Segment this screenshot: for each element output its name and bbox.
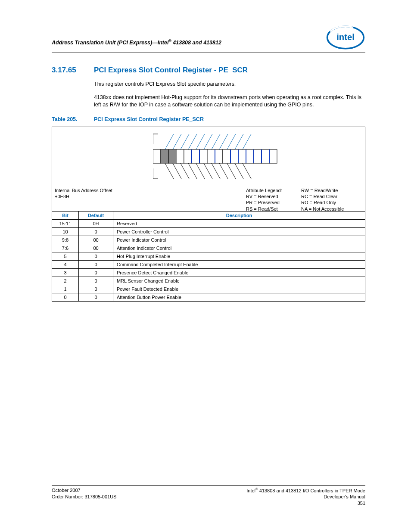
cell-desc: Power Fault Detected Enable bbox=[113, 285, 365, 293]
cell-bit: 4 bbox=[52, 260, 79, 268]
svg-line-12 bbox=[235, 134, 243, 149]
page-footer: October 2007 Order Number: 317805-001US … bbox=[52, 485, 365, 506]
cell-bit: 2 bbox=[52, 277, 79, 285]
table-row: 20MRL Sensor Changed Enable bbox=[52, 277, 365, 285]
table-row: 30Presence Detect Changed Enable bbox=[52, 268, 365, 277]
table-row: 7:600Attention Indicator Control bbox=[52, 244, 365, 252]
svg-rect-16 bbox=[168, 149, 176, 163]
legend-rs: RS = Read/Set bbox=[246, 206, 282, 212]
cell-bit: 7:6 bbox=[52, 244, 79, 252]
col-description: Description bbox=[113, 211, 365, 219]
cell-default: 00 bbox=[79, 244, 113, 252]
svg-line-45 bbox=[212, 163, 220, 179]
legend-pr: PR = Preserved bbox=[246, 199, 282, 205]
table-row: 100Power Controller Control bbox=[52, 227, 365, 236]
svg-rect-26 bbox=[246, 149, 254, 163]
svg-line-6 bbox=[188, 134, 197, 149]
legend-rc: RC = Read Clear bbox=[301, 193, 344, 199]
page-header: Address Translation Unit (PCI Express)—I… bbox=[52, 24, 365, 51]
svg-rect-27 bbox=[254, 149, 262, 163]
cell-bit: 3 bbox=[52, 268, 79, 277]
legend-ro: RO = Read Only bbox=[301, 199, 344, 205]
intel-logo: intel bbox=[326, 24, 365, 51]
legend-rw: RW = Read/Write bbox=[301, 187, 344, 193]
svg-rect-22 bbox=[215, 149, 223, 163]
svg-rect-28 bbox=[262, 149, 269, 163]
cell-bit: 10 bbox=[52, 227, 79, 236]
cell-desc: Power Controller Control bbox=[113, 227, 365, 236]
svg-rect-20 bbox=[199, 149, 207, 163]
cell-desc: Attention Button Power Enable bbox=[113, 293, 365, 301]
attribute-legend-right: RW = Read/Write RC = Read Clear RO = Rea… bbox=[301, 187, 344, 212]
svg-line-39 bbox=[165, 163, 174, 179]
svg-line-5 bbox=[181, 134, 189, 149]
svg-line-44 bbox=[204, 163, 212, 179]
offset-value: +0E8H bbox=[55, 193, 112, 199]
svg-line-10 bbox=[219, 134, 228, 149]
svg-rect-29 bbox=[269, 149, 277, 163]
cell-desc: Power Indicator Control bbox=[113, 236, 365, 244]
svg-line-41 bbox=[181, 163, 189, 179]
table-row: 50Hot-Plug Interrupt Enable bbox=[52, 252, 365, 260]
footer-left: October 2007 Order Number: 317805-001US bbox=[52, 487, 116, 506]
table-caption-number: Table 205. bbox=[52, 116, 94, 122]
section-paragraph-1: This register controls PCI Express Slot … bbox=[94, 81, 365, 88]
section-paragraph-2: 4138xx does not implement Hot-Plug suppo… bbox=[94, 94, 365, 109]
svg-line-7 bbox=[196, 134, 205, 149]
running-title: Address Translation Unit (PCI Express)—I… bbox=[52, 39, 221, 46]
cell-bit: 1 bbox=[52, 285, 79, 293]
cell-desc: Command Completed Interrupt Enable bbox=[113, 260, 365, 268]
running-title-text: Address Translation Unit (PCI Express)—I… bbox=[52, 40, 221, 46]
offset-label: Internal Bus Address Offset bbox=[55, 187, 112, 193]
cell-default: 0H bbox=[79, 219, 113, 227]
footer-right: Intel® 413808 and 413812 I/O Controllers… bbox=[246, 487, 365, 506]
svg-line-43 bbox=[196, 163, 205, 179]
cell-default: 0 bbox=[79, 277, 113, 285]
footer-product: Intel® 413808 and 413812 I/O Controllers… bbox=[246, 487, 365, 494]
svg-text:intel: intel bbox=[336, 32, 355, 42]
table-row: 40Command Completed Interrupt Enable bbox=[52, 260, 365, 268]
svg-line-40 bbox=[173, 163, 181, 179]
cell-default: 0 bbox=[79, 293, 113, 301]
cell-bit: 0 bbox=[52, 293, 79, 301]
col-bit: Bit bbox=[52, 211, 79, 219]
svg-line-49 bbox=[243, 163, 251, 179]
table-row: 15:110HReserved bbox=[52, 219, 365, 227]
svg-rect-14 bbox=[153, 149, 161, 163]
footer-page: 351 bbox=[246, 500, 365, 506]
cell-default: 00 bbox=[79, 236, 113, 244]
register-table: Bit Default Description 15:110HReserved … bbox=[52, 211, 365, 302]
cell-default: 0 bbox=[79, 260, 113, 268]
svg-line-13 bbox=[243, 134, 251, 149]
header-rule bbox=[52, 53, 365, 53]
section-title: PCI Express Slot Control Register - PE_S… bbox=[94, 66, 248, 75]
cell-bit: 5 bbox=[52, 252, 79, 260]
cell-default: 0 bbox=[79, 252, 113, 260]
svg-line-4 bbox=[173, 134, 181, 149]
address-offset: Internal Bus Address Offset +0E8H bbox=[55, 187, 112, 200]
svg-rect-25 bbox=[238, 149, 246, 163]
attribute-legend-left: Attribute Legend: RV = Reserved PR = Pre… bbox=[246, 187, 282, 212]
svg-line-48 bbox=[235, 163, 243, 179]
svg-line-42 bbox=[188, 163, 197, 179]
cell-bit: 9:8 bbox=[52, 236, 79, 244]
svg-rect-18 bbox=[184, 149, 192, 163]
svg-line-11 bbox=[227, 134, 236, 149]
svg-rect-24 bbox=[230, 149, 238, 163]
table-caption: Table 205. PCI Express Slot Control Regi… bbox=[52, 116, 365, 122]
cell-default: 0 bbox=[79, 268, 113, 277]
table-caption-title: PCI Express Slot Control Register PE_SCR bbox=[94, 116, 204, 122]
legend-na: NA = Not Accessible bbox=[301, 206, 344, 212]
register-diagram-box: Internal Bus Address Offset +0E8H Attrib… bbox=[52, 127, 365, 211]
svg-rect-23 bbox=[223, 149, 230, 163]
cell-desc: MRL Sensor Changed Enable bbox=[113, 277, 365, 285]
cell-desc: Presence Detect Changed Enable bbox=[113, 268, 365, 277]
cell-bit: 15:11 bbox=[52, 219, 79, 227]
svg-line-8 bbox=[204, 134, 212, 149]
table-row: 00Attention Button Power Enable bbox=[52, 293, 365, 301]
footer-rule bbox=[52, 485, 365, 486]
table-header-row: Bit Default Description bbox=[52, 211, 365, 219]
cell-desc: Attention Indicator Control bbox=[113, 244, 365, 252]
cell-default: 0 bbox=[79, 227, 113, 236]
cell-desc: Reserved bbox=[113, 219, 365, 227]
